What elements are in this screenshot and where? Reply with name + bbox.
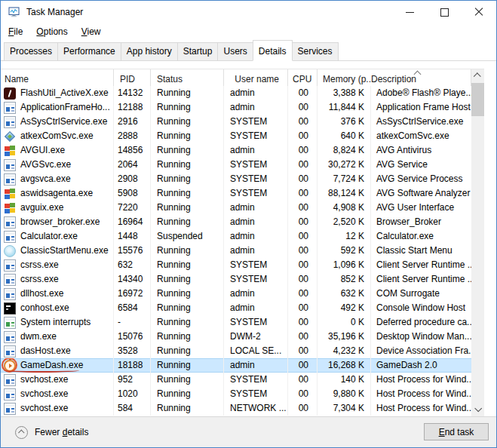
process-row[interactable]: csrss.exe 14340 Running SYSTEM 00 852 K … (1, 272, 484, 287)
user-name-cell: admin (224, 86, 288, 100)
process-row[interactable]: ApplicationFrameHo... 12188 Running admi… (1, 100, 484, 115)
process-row[interactable]: dwm.exe 15076 Running DWM-2 00 35,196 K … (1, 330, 484, 344)
process-row[interactable]: svchost.exe 1020 Running SYSTEM 00 9,880… (1, 387, 484, 401)
name-cell: dwm.exe (1, 330, 114, 344)
end-task-button[interactable]: End task (424, 423, 489, 440)
menu-item[interactable]: View (75, 25, 108, 38)
scroll-up-button[interactable] (471, 69, 484, 82)
vertical-scrollbar[interactable] (471, 69, 484, 416)
column-header[interactable]: Status (151, 69, 224, 86)
process-row[interactable]: aswidsagenta.exe 5908 Running SYSTEM 00 … (1, 186, 484, 201)
pid-cell: 16972 (114, 287, 151, 301)
cpu-cell: 00 (288, 86, 318, 100)
menu-item[interactable]: Options (29, 25, 74, 38)
scrollbar-thumb[interactable] (471, 83, 484, 116)
cpu-cell: 00 (288, 129, 318, 143)
name-cell: atkexComSvc.exe (1, 129, 114, 143)
window-icon (4, 274, 16, 286)
status-cell: Running (151, 301, 224, 315)
column-header[interactable]: User name (224, 69, 288, 86)
process-row[interactable]: avgsvca.exe 2908 Running SYSTEM 00 7,724… (1, 172, 484, 186)
maximize-icon (440, 8, 449, 17)
process-row[interactable]: atkexComSvc.exe 2888 Running SYSTEM 00 6… (1, 129, 484, 143)
process-name: browser_broker.exe (20, 215, 100, 229)
memory-cell: 376 K (318, 115, 371, 129)
menu-item[interactable]: File (2, 25, 29, 38)
minimize-button[interactable] (392, 1, 427, 23)
description-cell: Client Server Runtime ... (371, 258, 471, 272)
fewer-details-toggle[interactable]: Fewer details (15, 426, 88, 439)
column-header[interactable]: CPU (288, 69, 318, 86)
process-name: Calculator.exe (20, 229, 78, 244)
process-row[interactable]: System interrupts - Running SYSTEM 00 0 … (1, 315, 484, 330)
pid-cell: 2888 (114, 129, 151, 143)
user-name-cell: LOCAL SE... (224, 344, 288, 358)
tab[interactable]: Services (292, 42, 339, 61)
process-row[interactable]: FlashUtil_ActiveX.exe 14132 Running admi… (1, 86, 484, 100)
cpu-cell: 00 (288, 229, 318, 244)
process-row[interactable]: svchost.exe 952 Running SYSTEM 00 140 K … (1, 373, 484, 387)
process-row[interactable]: conhost.exe 6584 Running admin 00 492 K … (1, 301, 484, 315)
description-cell: Device Association Fra... (371, 344, 471, 358)
process-row[interactable]: AVGSvc.exe 2064 Running SYSTEM 00 30,272… (1, 158, 484, 172)
window-icon (4, 259, 16, 272)
memory-cell: 1,096 K (318, 258, 371, 272)
status-cell: Running (151, 401, 224, 416)
tab[interactable]: Details (253, 40, 293, 61)
maximize-button[interactable] (427, 1, 462, 23)
column-header[interactable]: Memory (p... (318, 69, 371, 86)
tab[interactable]: Performance (57, 42, 121, 61)
process-row[interactable]: avguix.exe 7220 Running admin 00 4,908 K… (1, 201, 484, 215)
process-name: AVGUI.exe (20, 143, 65, 158)
user-name-cell: NETWORK ... (224, 401, 288, 416)
memory-cell: 640 K (318, 129, 371, 143)
status-cell: Running (151, 258, 224, 272)
description-cell: AVG Service Process (371, 172, 471, 186)
process-row[interactable]: Calculator.exe 1448 Suspended admin 00 1… (1, 229, 484, 244)
column-header[interactable]: Description (371, 69, 471, 86)
column-header[interactable]: Name (1, 69, 114, 86)
tab[interactable]: App history (121, 42, 178, 61)
status-cell: Running (151, 100, 224, 115)
process-row[interactable]: dllhost.exe 16972 Running admin 00 632 K… (1, 287, 484, 301)
scroll-down-button[interactable] (471, 404, 484, 416)
description-cell: Adobe® Flash® Playe... (371, 86, 471, 100)
process-row[interactable]: browser_broker.exe 16964 Running admin 0… (1, 215, 484, 229)
name-cell: csrss.exe (1, 258, 114, 272)
process-row[interactable]: csrss.exe 632 Running SYSTEM 00 1,096 K … (1, 258, 484, 272)
process-row[interactable]: ClassicStartMenu.exe 15576 Running admin… (1, 244, 484, 258)
cpu-cell: 00 (288, 287, 318, 301)
status-cell: Running (151, 201, 224, 215)
cpu-cell: 00 (288, 115, 318, 129)
process-row[interactable]: svchost.exe 584 Running NETWORK ... 00 7… (1, 401, 484, 416)
pid-cell: 952 (114, 373, 151, 387)
user-name-cell: SYSTEM (224, 258, 288, 272)
status-cell: Running (151, 215, 224, 229)
gamedash-icon (4, 360, 16, 372)
status-cell: Running (151, 86, 224, 100)
user-name-cell: SYSTEM (224, 315, 288, 330)
tab[interactable]: Processes (4, 42, 58, 61)
menu-bar: File Options View (1, 23, 496, 40)
tab-strip: Processes Performance App history Startu… (1, 40, 496, 61)
process-name: System interrupts (20, 315, 91, 330)
pid-cell: 632 (114, 258, 151, 272)
pid-cell: 18188 (114, 358, 151, 373)
tab[interactable]: Startup (177, 42, 219, 61)
name-cell: GameDash.exe (1, 358, 114, 373)
memory-cell: 492 K (318, 301, 371, 315)
memory-cell: 140 K (318, 373, 371, 387)
process-row[interactable]: dasHost.exe 3528 Running LOCAL SE... 00 … (1, 344, 484, 358)
tab[interactable]: Users (217, 42, 253, 61)
table-header-row: Name PID Status User name CPU Memory (p.… (1, 69, 484, 86)
process-row[interactable]: AVGUI.exe 14856 Running admin 00 8,824 K… (1, 143, 484, 158)
process-row[interactable]: GameDash.exe 18188 Running admin 00 16,2… (1, 358, 484, 373)
name-cell: Calculator.exe (1, 229, 114, 244)
column-header[interactable]: PID (114, 69, 151, 86)
close-button[interactable] (462, 1, 496, 23)
description-cell: Calculator.exe (371, 229, 471, 244)
process-name: ClassicStartMenu.exe (20, 244, 109, 258)
title-bar[interactable]: Task Manager (1, 1, 496, 23)
process-row[interactable]: AsSysCtrlService.exe 2916 Running SYSTEM… (1, 115, 484, 129)
status-cell: Suspended (151, 229, 224, 244)
